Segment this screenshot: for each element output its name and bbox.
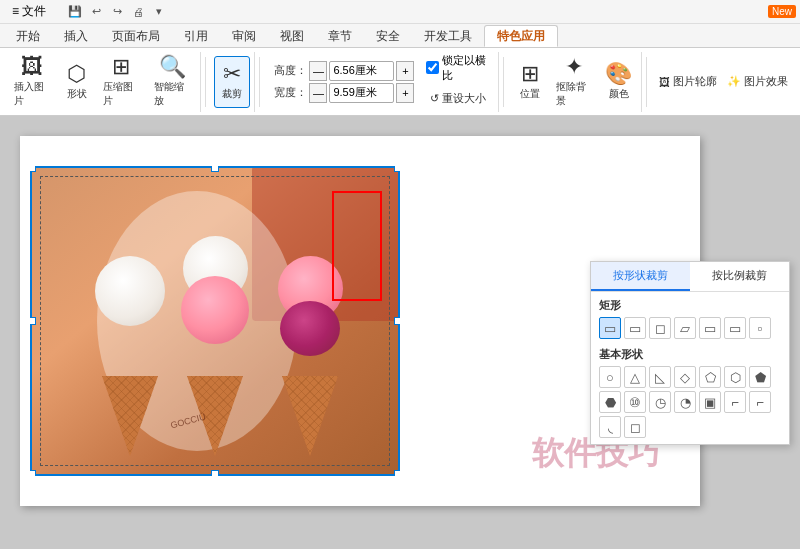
smart-zoom-button[interactable]: 🔍 智能缩放 <box>148 56 197 108</box>
compress-button[interactable]: ⊞ 压缩图片 <box>97 56 146 108</box>
title-bar-left: ≡ 文件 💾 ↩ ↪ 🖨 ▾ <box>4 1 764 22</box>
tab-review[interactable]: 审阅 <box>220 25 268 47</box>
lock-ratio-row: 锁定以横比 <box>426 53 490 83</box>
section-rect-title: 矩形 <box>599 298 781 313</box>
image-gallery-label: 图片轮廓 <box>673 74 717 89</box>
tab-security[interactable]: 安全 <box>364 25 412 47</box>
insert-image-label: 插入图片 <box>14 80 51 108</box>
tab-start[interactable]: 开始 <box>4 25 52 47</box>
shape-frame[interactable]: ▣ <box>699 391 721 413</box>
color-button[interactable]: 🎨 颜色 <box>601 56 637 108</box>
shape-circle[interactable]: ○ <box>599 366 621 388</box>
width-row: 宽度： — + <box>274 83 414 103</box>
image-effect-label: 图片效果 <box>744 74 788 89</box>
save-icon[interactable]: 💾 <box>66 3 84 21</box>
redo-icon[interactable]: ↪ <box>108 3 126 21</box>
handle-top-right[interactable] <box>394 166 400 172</box>
shape-brace[interactable]: ◟ <box>599 416 621 438</box>
undo-icon[interactable]: ↩ <box>87 3 105 21</box>
shape-chord[interactable]: ◔ <box>674 391 696 413</box>
tab-reference[interactable]: 引用 <box>172 25 220 47</box>
shape-decagon[interactable]: ⑩ <box>624 391 646 413</box>
tab-insert[interactable]: 插入 <box>52 25 100 47</box>
handle-bot-right[interactable] <box>394 470 400 476</box>
smart-zoom-label: 智能缩放 <box>154 80 191 108</box>
shape-right-triangle[interactable]: ◺ <box>649 366 671 388</box>
image-gallery-icon: 🖼 <box>659 76 670 88</box>
lock-ratio-checkbox[interactable] <box>426 61 439 74</box>
compress-label: 压缩图片 <box>103 80 140 108</box>
shape-diamond[interactable]: ◇ <box>674 366 696 388</box>
position-button[interactable]: ⊞ 位置 <box>512 56 548 108</box>
remove-bg-button[interactable]: ✦ 抠除背景 <box>550 56 598 108</box>
tab-dev[interactable]: 开发工具 <box>412 25 484 47</box>
shape-hexagon[interactable]: ⬡ <box>724 366 746 388</box>
remove-bg-label: 抠除背景 <box>556 80 592 108</box>
handle-bot-mid[interactable] <box>211 470 219 476</box>
image-container[interactable]: GOCCIÙ <box>30 166 400 476</box>
title-bar: ≡ 文件 💾 ↩ ↪ 🖨 ▾ New <box>0 0 800 24</box>
group-insert: 🖼 插入图片 ⬡ 形状 ⊞ 压缩图片 🔍 智能缩放 <box>4 52 201 112</box>
insert-image-button[interactable]: 🖼 插入图片 <box>8 56 57 108</box>
group-gallery: 🖼 图片轮廓 ✨ 图片效果 <box>651 52 796 112</box>
image-gallery-button[interactable]: 🖼 图片轮廓 <box>655 70 721 94</box>
shape-bracket-r[interactable]: ⌐ <box>749 391 771 413</box>
new-badge: New <box>768 5 796 18</box>
height-minus-btn[interactable]: — <box>309 61 327 81</box>
shape-callout[interactable]: ◻ <box>624 416 646 438</box>
shape-icon: ⬡ <box>67 63 86 85</box>
section-basic-title: 基本形状 <box>599 347 781 362</box>
width-minus-btn[interactable]: — <box>309 83 327 103</box>
menu-file[interactable]: ≡ 文件 <box>4 1 54 22</box>
shape-rounded-rect[interactable]: ▭ <box>624 317 646 339</box>
tab-page-layout[interactable]: 页面布局 <box>100 25 172 47</box>
separator-2 <box>259 57 260 107</box>
shape-rectangle[interactable]: ▭ <box>599 317 621 339</box>
image-effect-button[interactable]: ✨ 图片效果 <box>723 70 792 94</box>
shape-square[interactable]: ▫ <box>749 317 771 339</box>
shape-rect-extra[interactable]: ▭ <box>724 317 746 339</box>
tab-special[interactable]: 特色应用 <box>484 25 558 47</box>
tab-chapter[interactable]: 章节 <box>316 25 364 47</box>
shape-pie[interactable]: ◷ <box>649 391 671 413</box>
separator-3 <box>503 57 504 107</box>
shape-pentagon[interactable]: ⬠ <box>699 366 721 388</box>
more-icon[interactable]: ▾ <box>150 3 168 21</box>
reset-size-button[interactable]: ↺ 重设大小 <box>426 87 490 111</box>
shape-parallelogram[interactable]: ▱ <box>674 317 696 339</box>
crop-tab-ratio[interactable]: 按比例裁剪 <box>690 262 789 291</box>
color-label: 颜色 <box>609 87 629 101</box>
shape-bracket-l[interactable]: ⌐ <box>724 391 746 413</box>
shape-rounded-rect2[interactable]: ▭ <box>699 317 721 339</box>
height-input[interactable] <box>329 61 394 81</box>
selection-box <box>30 166 400 476</box>
document-area: GOCCIÙ 软件技巧 <box>0 116 800 549</box>
crop-tab-shape[interactable]: 按形状裁剪 <box>591 262 690 291</box>
position-icon: ⊞ <box>521 63 539 85</box>
crop-icon: ✂ <box>223 63 241 85</box>
crop-label: 裁剪 <box>222 87 242 101</box>
print-icon[interactable]: 🖨 <box>129 3 147 21</box>
shape-snip-rect[interactable]: ◻ <box>649 317 671 339</box>
shape-button[interactable]: ⬡ 形状 <box>59 56 95 108</box>
width-input[interactable] <box>329 83 394 103</box>
basic-shapes-grid: ○ △ ◺ ◇ ⬠ ⬡ ⬟ ⬣ ⑩ ◷ ◔ ▣ ⌐ ⌐ ◟ ◻ <box>599 366 781 438</box>
crop-button[interactable]: ✂ 裁剪 <box>214 56 250 108</box>
width-plus-btn[interactable]: + <box>396 83 414 103</box>
separator-1 <box>205 57 206 107</box>
shape-octagon[interactable]: ⬣ <box>599 391 621 413</box>
handle-top-left[interactable] <box>30 166 36 172</box>
smart-zoom-icon: 🔍 <box>159 56 186 78</box>
handle-mid-right[interactable] <box>394 317 400 325</box>
remove-bg-icon: ✦ <box>565 56 583 78</box>
height-label: 高度： <box>274 63 307 78</box>
tab-view[interactable]: 视图 <box>268 25 316 47</box>
handle-mid-left[interactable] <box>30 317 36 325</box>
image-effect-icon: ✨ <box>727 75 741 88</box>
height-plus-btn[interactable]: + <box>396 61 414 81</box>
handle-top-mid[interactable] <box>211 166 219 172</box>
image-frame: GOCCIÙ <box>30 166 400 476</box>
shape-heptagon[interactable]: ⬟ <box>749 366 771 388</box>
handle-bot-left[interactable] <box>30 470 36 476</box>
shape-triangle[interactable]: △ <box>624 366 646 388</box>
